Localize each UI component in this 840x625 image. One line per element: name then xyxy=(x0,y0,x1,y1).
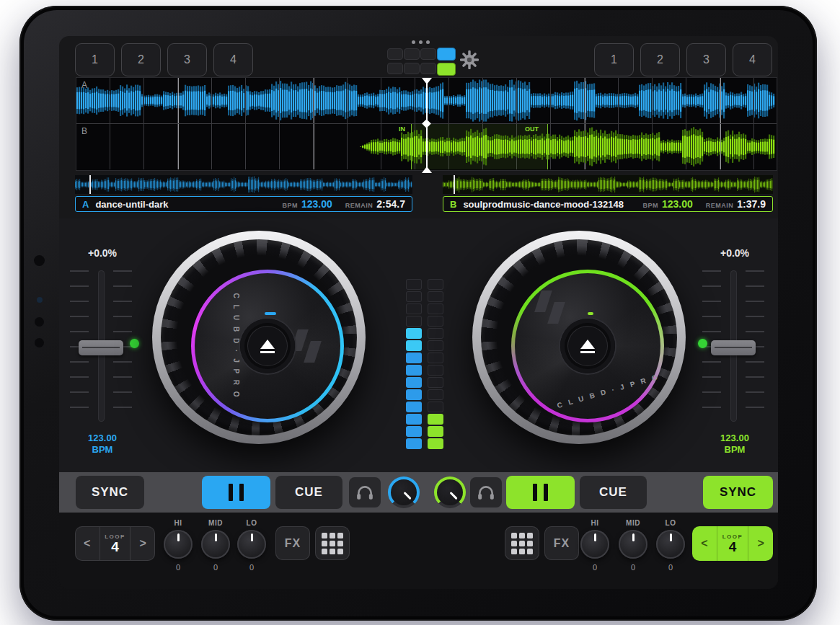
waveform-panel[interactable]: A IN OUT B xyxy=(76,77,777,171)
deck-b-hub-tick xyxy=(588,312,593,315)
deck-a-bpm-label: BPM xyxy=(282,202,298,209)
deck-a-pitch-handle[interactable] xyxy=(79,340,123,355)
hotcue-b-4[interactable]: 4 xyxy=(733,43,772,76)
deck-b-monitor-knob[interactable] xyxy=(434,476,466,508)
deck-b-bpm-label: BPM xyxy=(642,202,658,209)
deck-a-jog-wheel[interactable]: C L U B D · J P R O xyxy=(152,231,366,444)
deck-b-eq-hi-knob[interactable] xyxy=(580,530,609,559)
sensor-dot xyxy=(37,297,43,303)
vu-segment xyxy=(428,365,443,376)
deck-b-track-info[interactable]: B soulprodmusic-dance-mood-132148 BPM 12… xyxy=(443,196,773,212)
settings-gear-icon[interactable] xyxy=(460,50,479,69)
deck-a-eq-mid-value: 0 xyxy=(200,563,231,572)
eject-icon[interactable] xyxy=(260,340,275,349)
deck-b-position-marker xyxy=(454,175,455,194)
platter-face[interactable]: C L U B D · J P R O xyxy=(195,273,340,419)
eject-icon[interactable] xyxy=(580,340,595,349)
deck-a-eq-lo-knob[interactable] xyxy=(237,530,266,559)
deck-a-sync-indicator xyxy=(130,339,139,348)
vu-segment xyxy=(428,291,443,302)
deck-b-pitch-handle[interactable] xyxy=(711,340,756,355)
deck-b-jog-wheel[interactable]: C L U B D · J P R O xyxy=(472,231,686,444)
deck-b-overview-waveform[interactable] xyxy=(443,175,773,194)
layout-cell[interactable] xyxy=(387,48,403,60)
vu-segment xyxy=(428,316,443,327)
deck-a-eq-hi-knob[interactable] xyxy=(164,530,193,559)
jog-hub[interactable] xyxy=(560,319,615,373)
fx-label: FX xyxy=(554,537,570,550)
deck-b-eq-hi-label: HI xyxy=(579,519,611,527)
layout-cell-deck-a-active[interactable] xyxy=(437,48,456,61)
hotcue-a-3[interactable]: 3 xyxy=(167,43,207,76)
vu-meters xyxy=(406,279,443,449)
platter-face[interactable]: C L U B D · J P R O xyxy=(515,273,660,419)
headphones-icon xyxy=(355,484,374,500)
deck-a-platter[interactable]: C L U B D · J P R O xyxy=(191,270,344,422)
deck-b-pads-button[interactable] xyxy=(505,526,539,560)
brand-text: C L U B D · J P R O xyxy=(232,293,240,399)
deck-a-loop-increase[interactable]: > xyxy=(130,526,155,561)
vu-segment xyxy=(406,438,422,449)
hotcue-b-2[interactable]: 2 xyxy=(640,43,680,76)
pad-grid-icon xyxy=(511,533,533,554)
deck-b-headphone-button[interactable] xyxy=(470,477,502,507)
deck-a-track-info[interactable]: A dance-until-dark BPM 123.00 REMAIN 2:5… xyxy=(75,196,412,212)
deck-b-pause-button[interactable] xyxy=(506,476,575,509)
deck-a-pause-button[interactable] xyxy=(202,476,270,509)
hotcue-a-2[interactable]: 2 xyxy=(121,43,161,76)
layout-cell[interactable] xyxy=(420,48,436,60)
deck-a-position-marker xyxy=(89,175,91,194)
deck-b-loop-increase[interactable]: > xyxy=(748,526,773,561)
deck-b-loop-decrease[interactable]: < xyxy=(692,526,717,561)
hotcue-a-1[interactable]: 1 xyxy=(75,43,115,76)
deck-a-cue-button[interactable]: CUE xyxy=(275,476,342,509)
deck-a-sync-button[interactable]: SYNC xyxy=(76,476,144,509)
top-bar: 1 2 3 4 xyxy=(59,36,778,77)
vu-segment xyxy=(406,340,422,351)
deck-b-eq-mid-knob[interactable] xyxy=(619,530,647,559)
layout-cell[interactable] xyxy=(404,48,420,60)
vu-segment xyxy=(406,279,422,290)
deck-a-headphone-button[interactable] xyxy=(349,477,381,507)
deck-b-loop-value[interactable]: LOOP 4 xyxy=(717,526,748,561)
jog-tire[interactable]: C L U B D · J P R O xyxy=(161,239,357,435)
deck-b-pitch-readout: +0.0% xyxy=(709,247,760,259)
deck-b-cue-button[interactable]: CUE xyxy=(580,476,647,509)
deck-a-fx-button[interactable]: FX xyxy=(275,526,310,560)
loop-in-marker: IN xyxy=(399,125,405,133)
deck-a-loop-decrease[interactable]: < xyxy=(75,526,100,561)
deck-b-eq-mid-value: 0 xyxy=(617,563,649,572)
hotcue-a-4[interactable]: 4 xyxy=(213,43,253,76)
deck-a-pads-button[interactable] xyxy=(315,526,350,560)
layout-cell-deck-b-active[interactable] xyxy=(437,63,456,76)
deck-b-loop-control: < LOOP 4 > xyxy=(692,526,773,561)
jog-tire[interactable]: C L U B D · J P R O xyxy=(481,239,677,435)
hotcue-b-3[interactable]: 3 xyxy=(686,43,726,76)
deck-a-loop-control: < LOOP 4 > xyxy=(75,526,155,561)
deck-layout-switcher[interactable] xyxy=(387,40,456,75)
deck-a-eq-mid-knob[interactable] xyxy=(201,530,230,559)
vu-segment xyxy=(428,303,443,314)
deck-a-eq-hi-label: HI xyxy=(162,519,194,527)
deck-a-overview-waveform[interactable] xyxy=(75,175,412,194)
deck-b-platter[interactable]: C L U B D · J P R O xyxy=(511,270,664,422)
deck-a-monitor-knob[interactable] xyxy=(388,476,420,508)
vu-segment xyxy=(406,414,422,425)
deck-a-loop-value[interactable]: LOOP 4 xyxy=(100,526,131,561)
hotcue-b-1[interactable]: 1 xyxy=(594,43,634,76)
deck-b-bpm-value: 123.00 xyxy=(662,198,693,210)
camera-dot-2 xyxy=(35,317,44,327)
deck-b-sync-button[interactable]: SYNC xyxy=(703,476,773,509)
vu-segment xyxy=(428,340,443,351)
vu-segment xyxy=(406,402,422,412)
deck-b-fx-button[interactable]: FX xyxy=(544,526,579,560)
deck-a-badge: A xyxy=(82,199,89,210)
deck-a-bpm-value: 123.00 xyxy=(301,198,332,210)
layout-cell[interactable] xyxy=(404,63,420,74)
layout-cell[interactable] xyxy=(387,63,403,74)
deck-b-pitch-fader[interactable] xyxy=(695,270,774,422)
deck-b-vu-meter xyxy=(428,279,443,449)
jog-hub[interactable] xyxy=(240,319,295,373)
deck-a-remain-label: REMAIN xyxy=(345,202,373,209)
deck-b-eq-lo-knob[interactable] xyxy=(656,530,685,559)
